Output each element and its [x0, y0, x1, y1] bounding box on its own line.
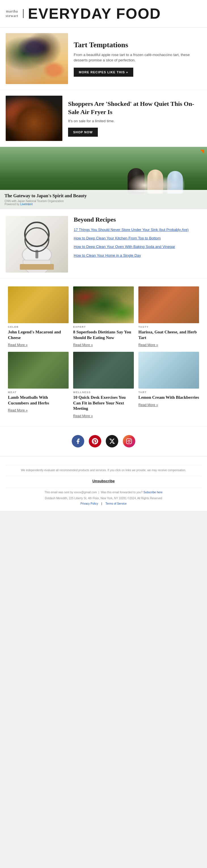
email-wrapper: martha stewart EVERYDAY FOOD Tart Tempta…: [0, 0, 207, 511]
social-section: [0, 427, 207, 456]
beyond-content: Beyond Recipes 17 Things You Should Neve…: [74, 216, 201, 273]
article-category-1: EXPERT: [73, 326, 134, 328]
pinterest-icon: [92, 438, 98, 444]
article-title-5: Lemon Cream With Blackberries: [138, 395, 199, 400]
beyond-link-2[interactable]: How to Deep Clean Your Oven With Baking …: [74, 244, 201, 249]
footer-address: Dotdash Meredith, 225 Liberty St, 4th Fl…: [6, 497, 201, 500]
article-card-5: TART Lemon Cream With Blackberries Read …: [136, 349, 201, 421]
beyond-link-1[interactable]: How to Deep Clean Your Kitchen From Top …: [74, 236, 201, 241]
article-category-3: MEAT: [8, 391, 69, 394]
ad-section: Shoppers Are 'Shocked' at How Quiet This…: [0, 90, 207, 147]
read-more-4[interactable]: Read More »: [73, 414, 93, 418]
article-image-1: [73, 286, 134, 323]
twitter-icon: [109, 438, 115, 444]
forward-text: Was this email forwarded to you?: [101, 491, 143, 494]
footer-divider: [6, 465, 201, 465]
facebook-button[interactable]: [72, 435, 84, 447]
article-title-2: Harissa, Goat Cheese, and Herb Tart: [138, 330, 199, 340]
beyond-heading: Beyond Recipes: [74, 216, 201, 223]
footer-disclaimer: We independently evaluate all recommende…: [6, 468, 201, 472]
footer-email-info: This email was sent by xxxxx@gmail.com |…: [6, 491, 201, 494]
read-more-2[interactable]: Read More »: [138, 343, 158, 347]
hero-description: From a beautiful apple rose tart to a fr…: [74, 52, 201, 63]
unsubscribe-link[interactable]: Unsubscribe: [6, 479, 201, 483]
ad-image: [6, 96, 62, 141]
twitter-button[interactable]: [106, 435, 118, 447]
article-image-2: [138, 286, 199, 323]
japan-ad-meta: CNN with Japan National Tourism Organiza…: [4, 199, 203, 206]
hero-content: Tart Temptations From a beautiful apple …: [74, 33, 201, 84]
article-card-2: TASTY Harissa, Goat Cheese, and Herb Tar…: [136, 284, 201, 349]
hero-heading: Tart Temptations: [74, 41, 201, 49]
hero-image-inner: [6, 33, 68, 84]
article-image-4: [73, 352, 134, 389]
article-card-1: EXPERT 8 Superfoods Dietitians Say You S…: [71, 284, 136, 349]
svg-point-2: [128, 440, 130, 442]
japan-meta-line1: CNN with Japan National Tourism Organiza…: [4, 199, 64, 203]
hero-section: Tart Temptations From a beautiful apple …: [0, 27, 207, 90]
japan-people: [128, 165, 190, 193]
instagram-button[interactable]: [123, 435, 135, 447]
beyond-section: Beyond Recipes 17 Things You Should Neve…: [0, 210, 207, 278]
article-title-4: 10 Quick Desk Exercises You Can Fit in B…: [73, 395, 134, 411]
article-card-3: MEAT Lamb Meatballs With Cucumbers and H…: [6, 349, 71, 421]
ad-description: It's on sale for a limited time.: [68, 119, 201, 123]
email-sent-text: This email was sent by xxxxx@gmail.com: [45, 491, 97, 494]
ad-content: Shoppers Are 'Shocked' at How Quiet This…: [68, 100, 201, 137]
svg-point-3: [130, 439, 131, 440]
terms-link[interactable]: Terms of Service: [105, 502, 127, 505]
read-more-3[interactable]: Read More »: [8, 408, 27, 412]
subscribe-link[interactable]: Subscribe here: [144, 491, 162, 494]
facebook-icon: [75, 438, 81, 444]
martha-logo: martha stewart: [6, 9, 24, 18]
shop-now-button[interactable]: SHOP NOW: [68, 128, 98, 137]
page-title: EVERYDAY FOOD: [28, 5, 161, 22]
more-recipes-button[interactable]: MORE RECIPES LIKE THIS »: [74, 68, 133, 77]
article-image-5: [138, 352, 199, 389]
sponsored-icon: [200, 150, 204, 154]
pinterest-button[interactable]: [89, 435, 101, 447]
privacy-policy-link[interactable]: Privacy Policy: [80, 502, 98, 505]
article-category-2: TASTY: [138, 326, 199, 328]
japan-powered-by: Powered by: [4, 203, 20, 206]
article-title-1: 8 Superfoods Dietitians Say You Should B…: [73, 330, 134, 340]
japan-ad-title[interactable]: The Gateway to Japan's Spirit and Beauty: [4, 193, 203, 198]
article-image-3: [8, 352, 69, 389]
article-category-5: TART: [138, 391, 199, 394]
header: martha stewart EVERYDAY FOOD: [0, 0, 207, 27]
footer: We independently evaluate all recommende…: [0, 456, 207, 511]
article-category-4: WELLNESS: [73, 391, 134, 394]
ad-heading: Shoppers Are 'Shocked' at How Quiet This…: [68, 100, 201, 116]
social-icons: [6, 435, 201, 447]
ad-image-inner: [6, 96, 62, 141]
article-title-3: Lamb Meatballs With Cucumbers and Herbs: [8, 395, 69, 406]
footer-divider-2: [6, 476, 201, 476]
article-image-0: [8, 286, 69, 323]
article-card-0: CELEB John Legend's Macaroni and Cheese …: [6, 284, 71, 349]
svg-rect-1: [127, 438, 132, 443]
liveintent-logo: LiveIntent: [20, 203, 33, 206]
counter-top: [20, 264, 54, 270]
faucet-stem: [35, 250, 38, 258]
article-grid: CELEB John Legend's Macaroni and Cheese …: [0, 278, 207, 427]
article-category-0: CELEB: [8, 326, 69, 328]
instagram-icon: [126, 438, 132, 444]
footer-divider-3: [6, 488, 201, 488]
mirror-circle: [24, 222, 50, 247]
article-title-0: John Legend's Macaroni and Cheese: [8, 330, 69, 340]
beyond-link-0[interactable]: 17 Things You Should Never Store Under Y…: [74, 227, 201, 232]
article-card-4: WELLNESS 10 Quick Desk Exercises You Can…: [71, 349, 136, 421]
beyond-link-3[interactable]: How to Clean Your Home in a Single Day: [74, 253, 201, 258]
hero-image: [6, 33, 68, 84]
read-more-0[interactable]: Read More »: [8, 343, 27, 347]
read-more-5[interactable]: Read More »: [138, 403, 158, 407]
beyond-image: [6, 216, 68, 273]
japan-ad-container: The Gateway to Japan's Spirit and Beauty…: [0, 147, 207, 209]
footer-links: Privacy Policy | Terms of Service: [6, 502, 201, 505]
read-more-1[interactable]: Read More »: [73, 343, 93, 347]
japan-ad-overlay: The Gateway to Japan's Spirit and Beauty…: [0, 190, 207, 209]
brand-name: martha stewart: [6, 9, 19, 18]
svg-marker-0: [200, 150, 204, 154]
